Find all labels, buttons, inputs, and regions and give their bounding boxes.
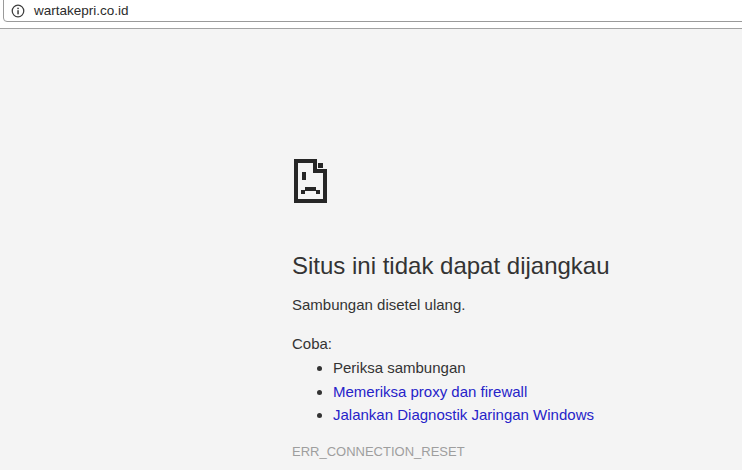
suggestion-link-proxy-firewall[interactable]: Memeriksa proxy dan firewall — [333, 383, 527, 400]
suggestion-link-network-diagnostics[interactable]: Jalankan Diagnostik Jaringan Windows — [333, 406, 594, 423]
error-title: Situs ini tidak dapat dijangkau — [292, 252, 610, 280]
url-text[interactable]: wartakepri.co.id — [34, 3, 129, 18]
info-icon[interactable] — [11, 4, 25, 18]
error-message: Sambungan disetel ulang. — [292, 296, 465, 314]
browser-window: wartakepri.co.id Situs ini tidak dapat d… — [0, 0, 742, 470]
list-item: Periksa sambungan — [333, 356, 594, 380]
list-item: Memeriksa proxy dan firewall — [333, 380, 594, 404]
error-page: Situs ini tidak dapat dijangkau Sambunga… — [0, 29, 742, 470]
suggestions-label: Coba: — [292, 335, 332, 353]
list-item: Jalankan Diagnostik Jaringan Windows — [333, 403, 594, 427]
address-bar[interactable]: wartakepri.co.id — [3, 0, 742, 22]
suggestions-list: Periksa sambungan Memeriksa proxy dan fi… — [292, 356, 594, 427]
sad-file-icon — [294, 159, 327, 203]
suggestion-check-connection: Periksa sambungan — [333, 359, 466, 376]
browser-toolbar: wartakepri.co.id — [0, 0, 742, 29]
error-code: ERR_CONNECTION_RESET — [292, 444, 465, 460]
